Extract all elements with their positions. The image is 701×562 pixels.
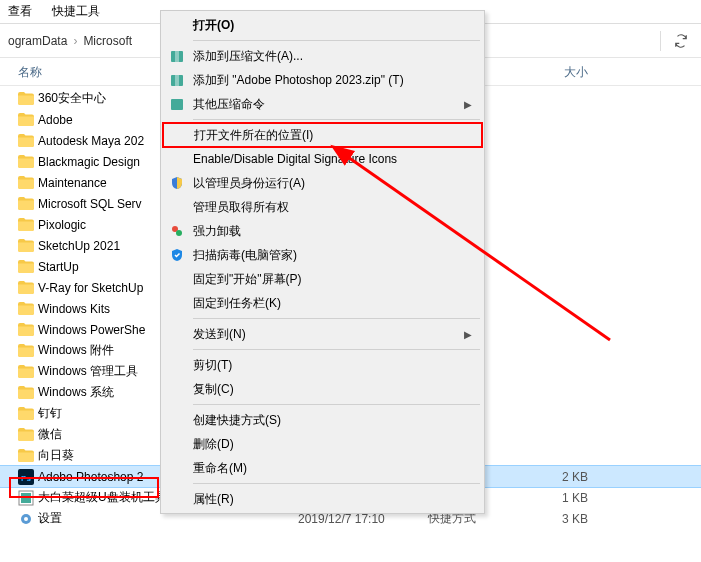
svg-point-5 [24, 517, 28, 521]
folder-icon [18, 113, 34, 126]
breadcrumb-part[interactable]: Microsoft [83, 34, 132, 48]
col-header-size[interactable]: 大小 [528, 64, 588, 81]
breadcrumb-part[interactable]: ogramData [8, 34, 67, 48]
menu-properties[interactable]: 属性(R) [163, 487, 482, 511]
folder-name: Windows PowerShe [38, 323, 145, 337]
folder-name: Windows 管理工具 [38, 363, 138, 380]
svg-rect-10 [171, 99, 183, 110]
folder-icon [18, 239, 34, 252]
menu-pin-start[interactable]: 固定到"开始"屏幕(P) [163, 267, 482, 291]
folder-icon [18, 449, 34, 462]
menu-force-uninstall[interactable]: 强力卸载 [163, 219, 482, 243]
chevron-right-icon: › [73, 34, 77, 48]
folder-name: V-Ray for SketchUp [38, 281, 143, 295]
shield-icon [169, 175, 185, 191]
menu-create-shortcut[interactable]: 创建快捷方式(S) [163, 408, 482, 432]
menu-open-location[interactable]: 打开文件所在的位置(I) [162, 122, 483, 148]
file-name: 设置 [38, 510, 62, 527]
folder-icon [18, 407, 34, 420]
chevron-right-icon: ▶ [464, 329, 472, 340]
menu-run-as-admin[interactable]: 以管理员身份运行(A) [163, 171, 482, 195]
menu-digital-signature[interactable]: Enable/Disable Digital Signature Icons [163, 147, 482, 171]
svg-point-12 [176, 230, 182, 236]
folder-name: Blackmagic Design [38, 155, 140, 169]
toolbar-view[interactable]: 查看 [8, 3, 32, 20]
menu-other-compress[interactable]: 其他压缩命令 ▶ [163, 92, 482, 116]
svg-rect-3 [21, 493, 31, 503]
folder-name: StartUp [38, 260, 79, 274]
folder-name: 向日葵 [38, 447, 74, 464]
folder-icon [18, 155, 34, 168]
menu-separator [193, 318, 480, 319]
folder-icon [18, 134, 34, 147]
shield-check-icon [169, 247, 185, 263]
divider [660, 31, 661, 51]
file-name: 大白菜超级U盘装机工具 [38, 489, 167, 506]
photoshop-icon: Ps [18, 469, 34, 485]
menu-send-to[interactable]: 发送到(N)▶ [163, 322, 482, 346]
chevron-right-icon: ▶ [464, 99, 472, 110]
folder-name: Autodesk Maya 202 [38, 134, 144, 148]
menu-cut[interactable]: 剪切(T) [163, 353, 482, 377]
folder-name: 360安全中心 [38, 90, 106, 107]
folder-icon [18, 197, 34, 210]
folder-icon [18, 323, 34, 336]
menu-separator [193, 40, 480, 41]
toolbar-quick-tools[interactable]: 快捷工具 [52, 3, 100, 20]
uninstall-icon [169, 223, 185, 239]
menu-delete[interactable]: 删除(D) [163, 432, 482, 456]
shortcut-icon [18, 490, 34, 506]
folder-name: Microsoft SQL Serv [38, 197, 142, 211]
folder-icon [18, 386, 34, 399]
folder-icon [18, 281, 34, 294]
file-size: 1 KB [528, 491, 588, 505]
refresh-button[interactable] [669, 29, 693, 53]
folder-icon [18, 365, 34, 378]
folder-name: Pixologic [38, 218, 86, 232]
gear-icon [18, 511, 34, 527]
folder-icon [18, 260, 34, 273]
menu-admin-ownership[interactable]: 管理员取得所有权 [163, 195, 482, 219]
context-menu: 打开(O) 添加到压缩文件(A)... 添加到 "Adobe Photoshop… [160, 10, 485, 514]
menu-copy[interactable]: 复制(C) [163, 377, 482, 401]
svg-rect-7 [175, 51, 179, 62]
svg-text:Ps: Ps [21, 474, 31, 483]
file-name: Adobe Photoshop 2 [38, 470, 143, 484]
menu-separator [193, 349, 480, 350]
folder-name: 微信 [38, 426, 62, 443]
menu-pin-taskbar[interactable]: 固定到任务栏(K) [163, 291, 482, 315]
file-size: 3 KB [528, 512, 588, 526]
folder-icon [18, 302, 34, 315]
menu-open[interactable]: 打开(O) [163, 13, 482, 37]
folder-name: Windows Kits [38, 302, 110, 316]
menu-separator [193, 404, 480, 405]
folder-name: Windows 附件 [38, 342, 114, 359]
svg-rect-9 [175, 75, 179, 86]
menu-separator [193, 483, 480, 484]
folder-icon [18, 92, 34, 105]
menu-rename[interactable]: 重命名(M) [163, 456, 482, 480]
archive-icon [169, 96, 185, 112]
folder-name: SketchUp 2021 [38, 239, 120, 253]
folder-name: Windows 系统 [38, 384, 114, 401]
folder-icon [18, 176, 34, 189]
folder-icon [18, 428, 34, 441]
refresh-icon [674, 34, 688, 48]
menu-add-archive[interactable]: 添加到压缩文件(A)... [163, 44, 482, 68]
menu-separator [193, 119, 480, 120]
folder-name: Adobe [38, 113, 73, 127]
folder-name: 钉钉 [38, 405, 62, 422]
menu-add-zip[interactable]: 添加到 "Adobe Photoshop 2023.zip" (T) [163, 68, 482, 92]
menu-scan-virus[interactable]: 扫描病毒(电脑管家) [163, 243, 482, 267]
file-size: 2 KB [528, 470, 588, 484]
folder-icon [18, 344, 34, 357]
archive-icon [169, 48, 185, 64]
zip-icon [169, 72, 185, 88]
folder-icon [18, 218, 34, 231]
folder-name: Maintenance [38, 176, 107, 190]
